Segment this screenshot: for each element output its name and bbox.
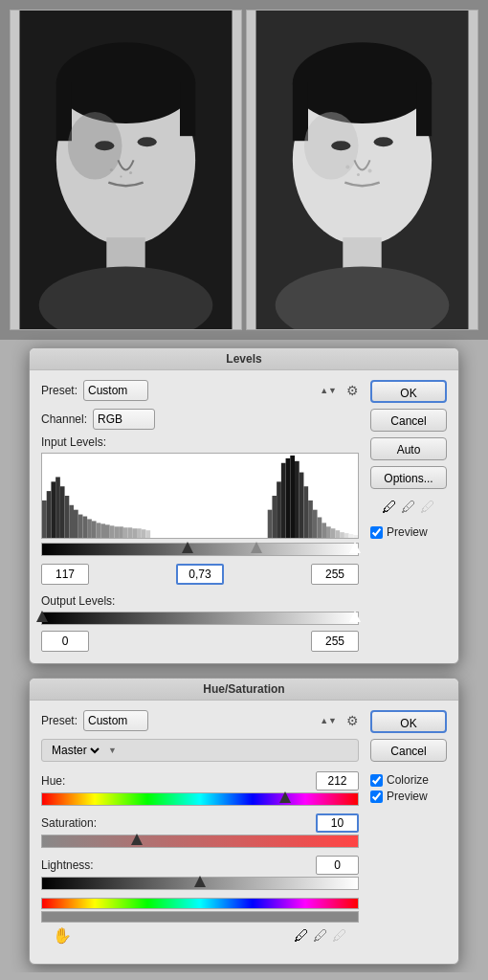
svg-rect-29 (42, 501, 47, 538)
levels-cancel-button[interactable]: Cancel (370, 409, 447, 432)
hs-left: Preset: Custom ▲▼ ⚙ Master ▼ (41, 710, 359, 952)
hs-ok-button[interactable]: OK (370, 710, 447, 733)
svg-rect-66 (326, 526, 331, 538)
svg-rect-36 (74, 510, 78, 538)
midtone-input[interactable] (176, 564, 224, 585)
sat-label: Saturation: (41, 816, 97, 830)
levels-body: Preset: Custom ▲▼ ⚙ Channel: RGB (30, 370, 458, 663)
photo-left (10, 10, 242, 330)
levels-preset-select[interactable]: Custom (83, 380, 148, 401)
svg-point-12 (129, 171, 132, 174)
svg-point-11 (110, 168, 113, 171)
highlight-input[interactable] (311, 564, 359, 585)
svg-rect-55 (277, 481, 281, 538)
svg-rect-32 (55, 477, 60, 538)
hs-eyedropper-3[interactable]: 🖊 (332, 927, 347, 945)
levels-preset-arrow: ▲▼ (320, 386, 337, 395)
sat-value-input[interactable] (316, 813, 359, 833)
svg-point-21 (331, 141, 350, 150)
svg-rect-19 (416, 83, 432, 137)
hs-checkboxes: Colorize Preview (370, 773, 447, 803)
hue-group: Hue: (41, 771, 359, 806)
white-eyedropper-icon[interactable]: 🖊 (420, 499, 435, 516)
levels-channel-wrap: RGB (93, 409, 155, 430)
svg-rect-61 (303, 486, 308, 538)
svg-point-26 (368, 168, 372, 172)
output-highlight-thumb[interactable] (349, 611, 361, 622)
lightness-thumb[interactable] (194, 876, 206, 887)
levels-ok-button[interactable]: OK (370, 380, 447, 403)
output-slider-track (41, 612, 359, 625)
hs-channel-select[interactable]: Master (48, 743, 102, 758)
output-inputs (41, 631, 359, 652)
eyedroppers: 🖊 🖊 🖊 (370, 499, 447, 516)
hue-sat-title: Hue/Saturation (30, 679, 458, 701)
svg-point-3 (56, 42, 195, 123)
hs-preview-checkbox[interactable] (370, 791, 383, 803)
svg-rect-31 (51, 481, 55, 538)
levels-preset-row: Preset: Custom ▲▼ ⚙ (41, 380, 359, 401)
output-shadow-input[interactable] (41, 631, 89, 652)
svg-rect-62 (308, 501, 313, 538)
output-shadow-thumb[interactable] (36, 611, 48, 622)
levels-gear-icon[interactable]: ⚙ (346, 383, 359, 398)
spectrum-bar-bottom (41, 911, 359, 923)
photo-area (0, 0, 488, 340)
svg-point-8 (138, 137, 157, 146)
colorize-checkbox[interactable] (370, 774, 383, 787)
histogram-svg (42, 454, 358, 538)
svg-rect-37 (78, 515, 83, 538)
levels-buttons: OK Cancel Auto Options... 🖊 🖊 🖊 Preview (370, 380, 447, 652)
svg-rect-69 (340, 532, 344, 538)
hue-value-input[interactable] (316, 771, 359, 791)
black-eyedropper-icon[interactable]: 🖊 (382, 499, 397, 516)
svg-rect-65 (322, 523, 326, 538)
svg-rect-35 (69, 505, 74, 538)
output-levels-label: Output Levels: (41, 594, 359, 608)
hs-eyedropper-2[interactable]: 🖊 (313, 927, 328, 945)
colorize-row: Colorize (370, 773, 447, 787)
hs-eyedroppers: 🖊 🖊 🖊 (294, 927, 347, 945)
hue-label-row: Hue: (41, 771, 359, 791)
highlight-thumb[interactable] (349, 542, 361, 553)
shadow-thumb[interactable] (182, 542, 193, 553)
svg-rect-39 (87, 519, 92, 538)
svg-rect-34 (65, 496, 70, 538)
svg-rect-40 (92, 521, 97, 538)
gray-eyedropper-icon[interactable]: 🖊 (401, 499, 416, 516)
svg-rect-71 (349, 534, 354, 538)
svg-rect-72 (353, 535, 358, 538)
hand-tool-icon[interactable]: ✋ (53, 926, 72, 945)
svg-rect-68 (335, 530, 340, 538)
sat-thumb[interactable] (131, 834, 143, 845)
levels-dialog: Levels Preset: Custom ▲▼ ⚙ Channel: (29, 347, 459, 664)
hs-eyedropper-1[interactable]: 🖊 (294, 927, 309, 945)
shadow-input[interactable] (41, 564, 89, 585)
hs-cancel-button[interactable]: Cancel (370, 739, 447, 762)
lightness-value-input[interactable] (316, 856, 359, 875)
levels-options-button[interactable]: Options... (370, 466, 447, 489)
svg-rect-33 (60, 486, 65, 538)
svg-rect-47 (123, 527, 128, 538)
sat-track (41, 835, 359, 848)
svg-point-17 (293, 42, 432, 123)
hue-track (41, 792, 359, 806)
levels-inputs (41, 564, 359, 585)
midtone-thumb[interactable] (251, 542, 262, 553)
histogram (41, 453, 359, 539)
levels-preview-checkbox[interactable] (370, 526, 383, 539)
hs-buttons: OK Cancel Colorize Preview (370, 710, 447, 952)
hue-thumb[interactable] (279, 791, 291, 803)
svg-rect-45 (114, 526, 119, 538)
levels-auto-button[interactable]: Auto (370, 437, 447, 460)
photo-right (246, 10, 478, 330)
light-label-row: Lightness: (41, 856, 359, 875)
input-levels-label: Input Levels: (41, 435, 359, 449)
hs-preset-select[interactable]: Custom (83, 710, 148, 731)
hs-channel-arrow: ▼ (108, 746, 117, 755)
hs-gear-icon[interactable]: ⚙ (346, 713, 359, 728)
levels-channel-select[interactable]: RGB (93, 409, 155, 430)
output-highlight-input[interactable] (311, 631, 359, 652)
svg-rect-54 (272, 496, 277, 538)
svg-point-22 (374, 137, 393, 146)
